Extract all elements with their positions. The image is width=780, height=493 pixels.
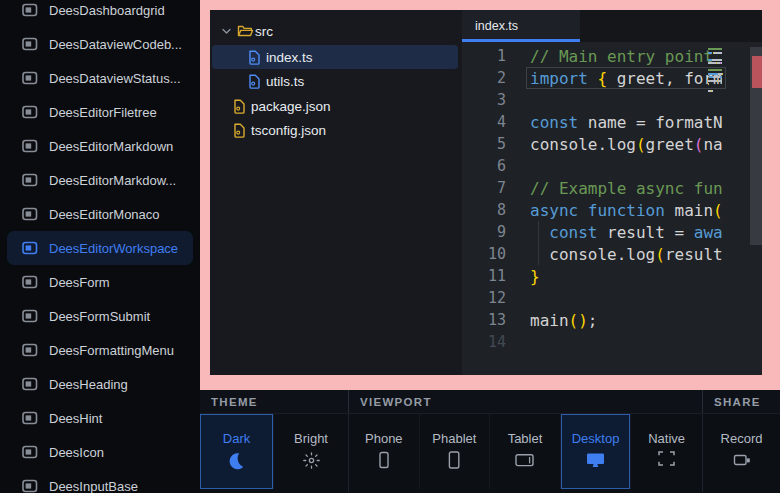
sidebar-item-deeseditorworkspace[interactable]: DeesEditorWorkspace xyxy=(7,231,193,265)
line-text: // Example async fun xyxy=(530,179,722,198)
line-text: const result = awa xyxy=(530,223,722,242)
component-sidebar: DeesDashboardgridDeesDataviewCodeb...Dee… xyxy=(0,0,200,493)
file-json-icon xyxy=(233,99,246,114)
code-line-13[interactable]: 13main(); xyxy=(462,309,762,331)
code-line-7[interactable]: 7// Example async fun xyxy=(462,177,762,199)
toolbar-buttons: DarkBrightPhonePhabletTabletDesktopNativ… xyxy=(200,414,780,492)
sidebar-item-deesdataviewstatus[interactable]: DeesDataviewStatus... xyxy=(7,61,193,95)
file-ts-icon xyxy=(248,74,261,89)
widget-icon xyxy=(22,105,38,119)
line-number: 1 xyxy=(462,47,506,65)
minimap-line xyxy=(708,94,728,96)
code-line-14[interactable]: 14 xyxy=(462,331,762,353)
button-label: Desktop xyxy=(572,431,620,446)
sidebar-item-deeseditormarkdow[interactable]: DeesEditorMarkdow... xyxy=(7,163,193,197)
widget-icon xyxy=(22,343,38,357)
sidebar-item-deeseditormonaco[interactable]: DeesEditorMonaco xyxy=(7,197,193,231)
widget-icon xyxy=(22,411,38,425)
widget-icon xyxy=(22,173,38,187)
minimap-line xyxy=(708,52,728,54)
tab-index-ts[interactable]: index.ts xyxy=(462,10,580,42)
tree-row-tsconfig.json[interactable]: tsconfig.json xyxy=(210,118,462,142)
tree-row-package.json[interactable]: package.json xyxy=(210,94,462,118)
line-number: 5 xyxy=(462,135,506,153)
widget-icon xyxy=(22,275,38,289)
sidebar-item-deeseditorfiletree[interactable]: DeesEditorFiletree xyxy=(7,95,193,129)
code-line-10[interactable]: 10 console.log(result xyxy=(462,243,762,265)
sun-icon xyxy=(302,451,321,470)
minimap-line xyxy=(708,48,728,50)
code-line-8[interactable]: 8async function main( xyxy=(462,199,762,221)
sidebar-item-deesdataviewcodeb[interactable]: DeesDataviewCodeb... xyxy=(7,27,193,61)
tree-row-utils.ts[interactable]: utils.ts xyxy=(210,69,462,93)
toolbar-section-theme: DarkBright xyxy=(200,414,348,492)
toolbar-section-viewport: PhonePhabletTabletDesktopNative xyxy=(348,414,702,492)
sidebar-item-label: DeesDataviewCodeb... xyxy=(49,37,182,52)
line-number: 10 xyxy=(462,245,506,263)
editor-workspace: srcindex.tsutils.tspackage.jsontsconfig.… xyxy=(210,10,762,375)
line-text: console.log(greet(na xyxy=(530,135,722,154)
tablet-button[interactable]: Tablet xyxy=(490,414,561,489)
line-number: 4 xyxy=(462,113,506,131)
widget-icon xyxy=(22,479,38,493)
tablet-icon xyxy=(515,451,534,469)
code-line-9[interactable]: 9 const result = awa xyxy=(462,221,762,243)
tree-row-label: index.ts xyxy=(266,50,313,65)
minimap-line xyxy=(708,87,728,89)
button-label: Phone xyxy=(365,431,403,446)
desktop-button[interactable]: Desktop xyxy=(561,414,632,489)
sidebar-item-deesicon[interactable]: DeesIcon xyxy=(7,435,193,469)
line-number: 6 xyxy=(462,157,506,175)
editor-tab-bar: index.ts xyxy=(462,10,762,42)
sidebar-item-label: DeesFormSubmit xyxy=(49,309,150,324)
phablet-icon xyxy=(445,451,463,469)
sidebar-item-deeseditormarkdown[interactable]: DeesEditorMarkdown xyxy=(7,129,193,163)
dark-button[interactable]: Dark xyxy=(200,414,274,489)
toolbar-section-label-share: SHARE xyxy=(702,390,780,413)
folder-open-icon xyxy=(237,24,254,38)
widget-icon xyxy=(22,241,38,255)
phone-button[interactable]: Phone xyxy=(349,414,420,489)
line-text: // Main entry point xyxy=(530,47,722,66)
minimap-line xyxy=(708,76,728,78)
phablet-button[interactable]: Phablet xyxy=(420,414,491,489)
sidebar-item-label: DeesDataviewStatus... xyxy=(49,71,181,86)
minimap-line xyxy=(708,66,728,68)
code-line-11[interactable]: 11} xyxy=(462,265,762,287)
bright-button[interactable]: Bright xyxy=(274,414,348,489)
tree-row-index.ts[interactable]: index.ts xyxy=(210,45,462,69)
toolbar-section-labels: THEMEVIEWPORTSHARE xyxy=(200,390,780,414)
line-number: 9 xyxy=(462,223,506,241)
minimap-line xyxy=(708,55,728,57)
toolbar-section-label-theme: THEME xyxy=(200,390,348,413)
minimap-line xyxy=(708,83,728,85)
sidebar-item-label: DeesIcon xyxy=(49,445,104,460)
desktop-icon xyxy=(586,451,605,469)
sidebar-item-deesinputbase[interactable]: DeesInputBase xyxy=(7,469,193,493)
code-line-6[interactable]: 6 xyxy=(462,155,762,177)
tree-row-label: src xyxy=(255,24,273,39)
button-label: Native xyxy=(648,431,685,446)
sidebar-item-deesformattingmenu[interactable]: DeesFormattingMenu xyxy=(7,333,193,367)
minimap[interactable] xyxy=(708,45,728,97)
code-line-5[interactable]: 5console.log(greet(na xyxy=(462,133,762,155)
button-label: Phablet xyxy=(432,431,476,446)
sidebar-item-deesformsubmit[interactable]: DeesFormSubmit xyxy=(7,299,193,333)
code-line-4[interactable]: 4const name = formatN xyxy=(462,111,762,133)
tree-row-src[interactable]: src xyxy=(210,19,462,43)
sidebar-item-deesheading[interactable]: DeesHeading xyxy=(7,367,193,401)
code-editor[interactable]: index.ts 1// Main entry point2import { g… xyxy=(462,10,762,375)
native-button[interactable]: Native xyxy=(631,414,702,489)
sidebar-item-deeshint[interactable]: DeesHint xyxy=(7,401,193,435)
overview-ruler-marker xyxy=(752,56,762,88)
code-line-12[interactable]: 12 xyxy=(462,287,762,309)
sidebar-item-deesdashboardgrid[interactable]: DeesDashboardgrid xyxy=(7,0,193,27)
sidebar-item-label: DeesForm xyxy=(49,275,110,290)
sidebar-item-label: DeesEditorFiletree xyxy=(49,105,157,120)
minimap-line xyxy=(708,59,728,61)
sidebar-item-deesform[interactable]: DeesForm xyxy=(7,265,193,299)
line-text: import { greet, form xyxy=(530,69,722,88)
record-button[interactable]: Record xyxy=(703,414,780,489)
widget-icon xyxy=(22,3,38,17)
fullscreen-icon xyxy=(658,451,675,466)
